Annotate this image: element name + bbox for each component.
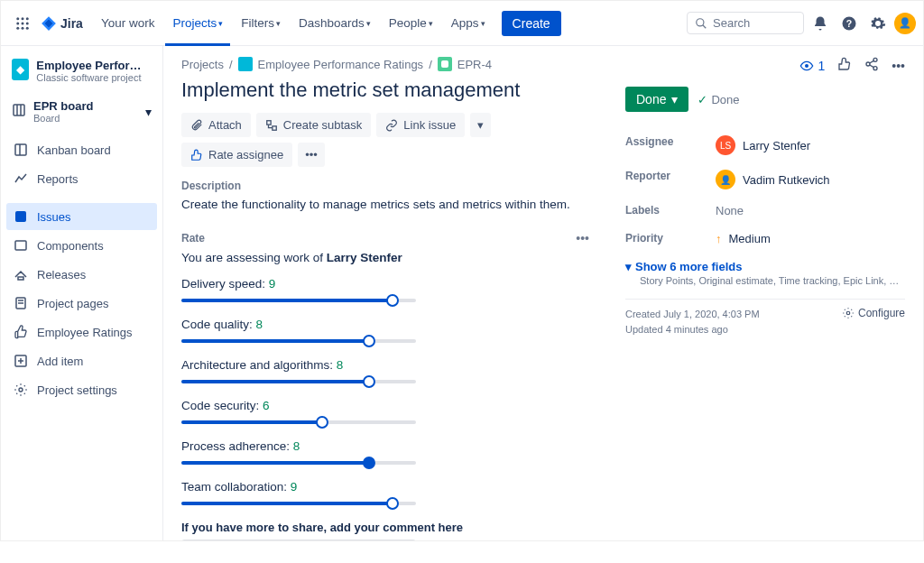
- settings-icon[interactable]: [865, 11, 891, 36]
- app-switcher-icon[interactable]: [12, 13, 33, 34]
- meta-dates: Created July 1, 2020, 4:03 PM Updated 4 …: [625, 307, 760, 337]
- notifications-icon[interactable]: [808, 11, 833, 36]
- sidebar-item-issues[interactable]: Issues: [6, 203, 157, 230]
- svg-point-7: [22, 26, 24, 29]
- nav-dashboards[interactable]: Dashboards▾: [291, 13, 378, 33]
- svg-point-3: [16, 22, 19, 24]
- jira-logo[interactable]: Jira: [41, 15, 83, 32]
- svg-text:?: ?: [846, 17, 852, 28]
- svg-rect-16: [15, 144, 26, 155]
- kanban-icon: [14, 143, 28, 157]
- rate-menu-icon[interactable]: •••: [576, 231, 589, 245]
- chevron-down-icon: ▾: [145, 105, 152, 119]
- svg-rect-13: [14, 105, 24, 115]
- metric-slider[interactable]: [181, 497, 416, 510]
- svg-point-26: [19, 388, 23, 392]
- svg-point-32: [873, 67, 877, 70]
- watchers[interactable]: 1: [799, 59, 825, 73]
- help-icon[interactable]: ?: [836, 11, 862, 36]
- reports-icon: [14, 171, 28, 186]
- svg-rect-19: [15, 241, 26, 250]
- brand-text: Jira: [60, 16, 83, 31]
- sidebar-item-pages[interactable]: Project pages: [6, 290, 157, 317]
- svg-rect-18: [15, 211, 26, 222]
- share-icon[interactable]: [864, 57, 879, 74]
- metric-label: Code security: 6: [181, 399, 589, 412]
- nav-your-work[interactable]: Your work: [94, 13, 162, 33]
- rate-label: Rate: [181, 232, 205, 245]
- sidebar-item-releases[interactable]: Releases: [6, 261, 157, 288]
- crumb-project[interactable]: Employee Performance Ratings: [258, 58, 424, 71]
- sidebar-item-kanban[interactable]: Kanban board: [6, 136, 157, 163]
- sidebar-item-ratings[interactable]: Employee Ratings: [6, 318, 157, 346]
- status-button[interactable]: Done▾: [625, 87, 688, 112]
- rate-button[interactable]: Rate assignee: [181, 143, 292, 167]
- pages-icon: [14, 296, 28, 310]
- project-header: ◆ Employee Performance ... Classic softw…: [6, 55, 157, 87]
- metric-slider[interactable]: [181, 294, 416, 307]
- sidebar-item-reports[interactable]: Reports: [6, 165, 157, 192]
- metric-slider[interactable]: [181, 457, 416, 469]
- reporter-value[interactable]: 👤Vadim Rutkevich: [716, 170, 905, 189]
- metric-row: Delivery speed: 9: [181, 277, 589, 307]
- crumb-key[interactable]: EPR-4: [457, 58, 492, 71]
- metric-row: Code quality: 8: [181, 318, 589, 347]
- metric-slider[interactable]: [181, 375, 416, 388]
- description-text: Create the functionality to manage metri…: [181, 198, 589, 211]
- metric-label: Process adherence: 8: [181, 439, 589, 453]
- comment-label: If you have more to share, add your comm…: [181, 521, 589, 534]
- board-selector[interactable]: EPR board Board ▾: [6, 94, 157, 129]
- nav-projects[interactable]: Projects▾: [165, 1, 230, 46]
- breadcrumb: Projects / Employee Performance Ratings …: [181, 57, 589, 71]
- sidebar-item-components[interactable]: Components: [6, 232, 157, 259]
- more-actions-button[interactable]: •••: [298, 143, 325, 167]
- subtask-button[interactable]: Create subtask: [256, 113, 371, 137]
- link-button[interactable]: Link issue: [376, 113, 465, 137]
- svg-point-0: [16, 17, 19, 20]
- show-more-fields[interactable]: ▾Show 6 more fields: [625, 260, 905, 273]
- svg-point-9: [697, 18, 704, 25]
- reporter-label: Reporter: [625, 170, 716, 189]
- svg-point-5: [26, 22, 29, 24]
- search-input[interactable]: Search: [687, 12, 804, 34]
- svg-line-33: [870, 60, 874, 63]
- assignee-value[interactable]: LSLarry Stenfer: [716, 135, 905, 155]
- vote-icon[interactable]: [837, 57, 852, 74]
- labels-label: Labels: [625, 204, 716, 217]
- configure-button[interactable]: Configure: [842, 307, 905, 319]
- project-type-icon: [238, 57, 253, 71]
- attach-button[interactable]: Attach: [181, 113, 251, 137]
- crumb-projects[interactable]: Projects: [181, 58, 224, 71]
- add-icon: [14, 354, 28, 368]
- svg-rect-28: [273, 125, 276, 129]
- sidebar-item-settings[interactable]: Project settings: [6, 376, 157, 403]
- metric-slider[interactable]: [181, 335, 416, 347]
- metric-row: Process adherence: 8: [181, 439, 589, 469]
- svg-point-4: [22, 22, 24, 24]
- svg-line-34: [870, 65, 874, 68]
- nav-filters[interactable]: Filters▾: [234, 13, 288, 33]
- releases-icon: [14, 267, 28, 282]
- metric-row: Code security: 6: [181, 399, 589, 429]
- svg-point-35: [846, 311, 850, 315]
- labels-value[interactable]: None: [716, 204, 905, 217]
- user-avatar[interactable]: 👤: [894, 13, 916, 34]
- nav-people[interactable]: People▾: [382, 13, 440, 33]
- project-icon: ◆: [12, 59, 29, 80]
- create-button[interactable]: Create: [502, 11, 561, 36]
- svg-point-29: [805, 64, 808, 68]
- issue-more-icon[interactable]: •••: [892, 59, 905, 73]
- search-placeholder: Search: [713, 16, 750, 30]
- sidebar-item-add[interactable]: Add item: [6, 347, 157, 374]
- priority-label: Priority: [625, 232, 716, 245]
- reporter-avatar: 👤: [716, 170, 735, 189]
- metric-slider[interactable]: [181, 416, 416, 429]
- priority-value[interactable]: ↑Medium: [716, 232, 905, 245]
- metric-row: Architecture and algorithms: 8: [181, 358, 589, 388]
- link-dropdown[interactable]: ▾: [470, 113, 491, 137]
- done-indicator: ✓Done: [698, 93, 739, 106]
- svg-point-6: [16, 26, 19, 29]
- project-type: Classic software project: [36, 72, 152, 83]
- comment-textarea[interactable]: I have found some minor security issues …: [181, 540, 416, 540]
- nav-apps[interactable]: Apps▾: [444, 13, 493, 33]
